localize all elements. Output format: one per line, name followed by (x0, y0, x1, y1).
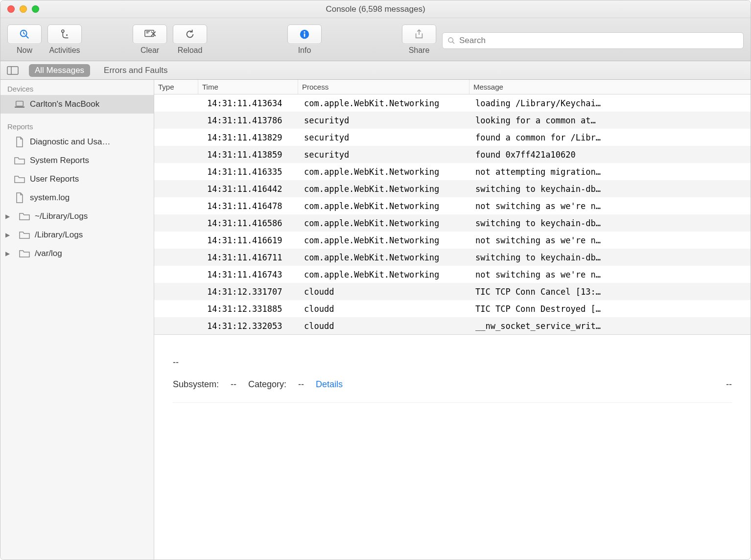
svg-rect-15 (15, 107, 24, 108)
svg-rect-12 (7, 67, 18, 74)
cell-process: com.apple.WebKit.Networking (298, 270, 469, 280)
activities-button[interactable]: Activities (47, 24, 82, 55)
col-time[interactable]: Time (198, 80, 298, 94)
cell-message: TIC TCP Conn Destroyed [… (469, 304, 751, 314)
cell-message: not switching as we're n… (469, 201, 751, 211)
cell-time: 14:31:12.332053 (198, 321, 298, 331)
table-body[interactable]: 14:31:11.413634com.apple.WebKit.Networki… (154, 94, 751, 334)
activities-label: Activities (49, 46, 80, 55)
cell-message: not switching as we're n… (469, 270, 751, 280)
table-row[interactable]: 14:31:11.416335com.apple.WebKit.Networki… (154, 163, 751, 180)
filter-errors-faults[interactable]: Errors and Faults (98, 64, 173, 77)
cell-process: cloudd (298, 287, 469, 297)
folder-icon (19, 211, 30, 222)
cell-message: switching to keychain-db… (469, 253, 751, 262)
table-row[interactable]: 14:31:11.413829securitydfound a common f… (154, 129, 751, 146)
document-icon (14, 137, 25, 147)
category-label: Category: (248, 379, 286, 390)
table-row[interactable]: 14:31:12.331707clouddTIC TCP Conn Cancel… (154, 283, 751, 300)
clear-button[interactable]: Clear (133, 24, 167, 55)
reload-label: Reload (178, 46, 203, 55)
sidebar-item-label: Diagnostic and Usa… (30, 137, 110, 147)
cell-message: switching to keychain-db… (469, 184, 751, 194)
table-row[interactable]: 14:31:11.416586com.apple.WebKit.Networki… (154, 214, 751, 232)
table-row[interactable]: 14:31:11.416711com.apple.WebKit.Networki… (154, 249, 751, 266)
minimize-window-button[interactable] (20, 5, 27, 13)
share-label: Share (409, 46, 430, 55)
now-icon (19, 29, 30, 40)
sidebar-item[interactable]: Diagnostic and Usa… (0, 133, 154, 151)
cell-process: com.apple.WebKit.Networking (298, 201, 469, 211)
share-icon (414, 29, 424, 40)
table-row[interactable]: 14:31:11.416743com.apple.WebKit.Networki… (154, 266, 751, 283)
cell-time: 14:31:12.331885 (198, 304, 298, 314)
table-row[interactable]: 14:31:11.416478com.apple.WebKit.Networki… (154, 197, 751, 214)
traffic-lights (0, 5, 39, 13)
cell-time: 14:31:11.413634 (198, 98, 298, 108)
svg-line-1 (26, 35, 29, 38)
sidebar-item-label: system.log (30, 193, 70, 203)
disclosure-triangle-icon[interactable]: ▶ (5, 232, 11, 238)
col-message[interactable]: Message (469, 80, 751, 94)
cell-message: switching to keychain-db… (469, 218, 751, 228)
search-input[interactable] (459, 36, 738, 46)
col-process[interactable]: Process (298, 80, 469, 94)
search-wrap (442, 30, 744, 49)
col-type[interactable]: Type (154, 80, 198, 94)
activities-icon (59, 29, 70, 40)
table-row[interactable]: 14:31:11.416442com.apple.WebKit.Networki… (154, 180, 751, 197)
cell-process: com.apple.WebKit.Networking (298, 167, 469, 177)
search-icon (447, 37, 455, 45)
sidebar-item[interactable]: system.log (0, 188, 154, 207)
cell-message: not switching as we're n… (469, 235, 751, 245)
details-link[interactable]: Details (316, 379, 343, 390)
cell-process: securityd (298, 116, 469, 125)
sidebar-item[interactable]: System Reports (0, 151, 154, 170)
cell-process: com.apple.WebKit.Networking (298, 253, 469, 262)
fullscreen-window-button[interactable] (32, 5, 39, 13)
cell-time: 14:31:11.416335 (198, 167, 298, 177)
svg-point-3 (66, 34, 68, 36)
table-row[interactable]: 14:31:11.413786securitydlooking for a co… (154, 112, 751, 129)
table-row[interactable]: 14:31:11.413859securitydfound 0x7ff421a1… (154, 146, 751, 163)
sidebar-item-label: /var/log (35, 249, 62, 258)
share-button[interactable]: Share (402, 24, 436, 55)
sidebar-item[interactable]: User Reports (0, 170, 154, 188)
detail-right: -- (726, 379, 732, 390)
svg-rect-9 (304, 33, 305, 37)
reload-button[interactable]: Reload (173, 24, 207, 55)
sidebar-item[interactable]: ▶~/Library/Logs (0, 207, 154, 226)
cell-message: found 0x7ff421a10620 (469, 150, 751, 160)
now-button[interactable]: Now (7, 24, 42, 55)
disclosure-triangle-icon[interactable]: ▶ (5, 213, 11, 220)
sidebar-toggle-button[interactable] (4, 64, 21, 77)
table-header: Type Time Process Message (154, 80, 751, 94)
table-row[interactable]: 14:31:12.331885clouddTIC TCP Conn Destro… (154, 300, 751, 317)
table-row[interactable]: 14:31:12.332053cloudd__nw_socket_service… (154, 317, 751, 334)
sidebar-item[interactable]: ▶/var/log (0, 244, 154, 263)
cell-time: 14:31:11.416586 (198, 218, 298, 228)
cell-process: cloudd (298, 321, 469, 331)
table-row[interactable]: 14:31:11.416619com.apple.WebKit.Networki… (154, 232, 751, 249)
sidebar-item[interactable]: ▶/Library/Logs (0, 226, 154, 244)
info-button[interactable]: Info (287, 24, 322, 55)
disclosure-triangle-icon[interactable]: ▶ (5, 250, 11, 257)
cell-process: com.apple.WebKit.Networking (298, 218, 469, 228)
document-icon (14, 192, 25, 203)
close-window-button[interactable] (7, 5, 15, 13)
search-field[interactable] (442, 32, 744, 49)
sidebar-item-label: System Reports (30, 156, 89, 165)
cell-time: 14:31:11.416743 (198, 270, 298, 280)
filter-all-messages[interactable]: All Messages (29, 64, 90, 77)
cell-time: 14:31:11.413859 (198, 150, 298, 160)
folder-icon (14, 155, 25, 166)
device-label: Carlton's MacBook (30, 99, 99, 109)
cell-process: com.apple.WebKit.Networking (298, 235, 469, 245)
sidebar-item-label: User Reports (30, 174, 79, 184)
cell-process: com.apple.WebKit.Networking (298, 98, 469, 108)
cell-time: 14:31:11.413786 (198, 116, 298, 125)
filter-bar: All Messages Errors and Faults (0, 61, 751, 80)
table-row[interactable]: 14:31:11.413634com.apple.WebKit.Networki… (154, 94, 751, 112)
device-item[interactable]: Carlton's MacBook (0, 95, 154, 114)
svg-point-10 (448, 38, 453, 42)
